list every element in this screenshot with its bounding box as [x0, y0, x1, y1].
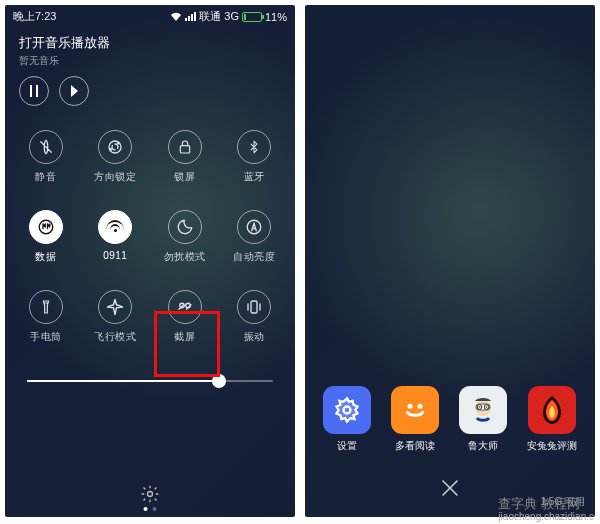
shade-footer	[5, 471, 295, 517]
svg-point-10	[418, 404, 423, 409]
tile-dnd[interactable]: 勿扰模式	[150, 210, 220, 264]
svg-rect-6	[251, 301, 257, 313]
tile-label: 数据	[35, 250, 56, 264]
tile-label: 0911	[103, 250, 127, 261]
tile-label: 方向锁定	[94, 170, 136, 184]
dnd-icon	[168, 210, 202, 244]
svg-point-2	[39, 220, 53, 234]
music-subtitle: 暂无音乐	[19, 54, 281, 68]
app-settings[interactable]: 设置	[323, 386, 371, 453]
auto-bright-icon	[237, 210, 271, 244]
music-title: 打开音乐播放器	[19, 34, 281, 52]
app-ludashi[interactable]: 鲁大师	[459, 386, 507, 453]
app-smile[interactable]: 多看阅读	[391, 386, 439, 453]
tile-wifi[interactable]: 0911	[81, 210, 151, 264]
bluetooth-icon	[237, 130, 271, 164]
music-pause-button[interactable]	[19, 76, 49, 106]
svg-point-3	[248, 220, 262, 234]
app-label: 多看阅读	[395, 439, 435, 453]
status-bar: 晚上7:23 联通 3G 11%	[5, 5, 295, 26]
airplane-icon	[98, 290, 132, 324]
torch-icon	[29, 290, 63, 324]
tile-vibrate[interactable]: 振动	[220, 290, 290, 344]
phone-notification-shade: 晚上7:23 联通 3G 11% 打开音乐播放器 暂无音乐 静音方向锁定锁屏蓝牙…	[5, 5, 295, 517]
tile-bluetooth[interactable]: 蓝牙	[220, 130, 290, 184]
screenshot-highlight-box	[154, 311, 220, 377]
antutu-app-icon	[528, 386, 576, 434]
brightness-slider[interactable]	[5, 350, 295, 398]
music-widget: 打开音乐播放器 暂无音乐	[5, 26, 295, 110]
tile-data[interactable]: 数据	[11, 210, 81, 264]
svg-point-9	[408, 404, 413, 409]
app-label: 设置	[337, 439, 357, 453]
settings-gear-icon[interactable]	[140, 484, 160, 504]
vibrate-icon	[237, 290, 271, 324]
carrier-label: 联通 3G	[199, 9, 239, 24]
lock-icon	[168, 130, 202, 164]
data-icon	[29, 210, 63, 244]
svg-point-15	[479, 406, 481, 408]
tile-label: 蓝牙	[244, 170, 265, 184]
tile-rotate-lock[interactable]: 方向锁定	[81, 130, 151, 184]
music-next-button[interactable]	[59, 76, 89, 106]
tile-label: 勿扰模式	[164, 250, 206, 264]
tile-label: 飞行模式	[94, 330, 136, 344]
app-label: 鲁大师	[468, 439, 498, 453]
tile-label: 振动	[244, 330, 265, 344]
app-label: 安兔兔评测	[527, 439, 577, 453]
svg-point-0	[109, 141, 121, 153]
tile-airplane[interactable]: 飞行模式	[81, 290, 151, 344]
battery-icon	[242, 12, 262, 22]
tile-auto-bright[interactable]: 自动亮度	[220, 210, 290, 264]
tile-lock[interactable]: 锁屏	[150, 130, 220, 184]
close-all-button[interactable]	[439, 477, 461, 499]
ludashi-app-icon	[459, 386, 507, 434]
svg-rect-1	[180, 146, 189, 153]
recent-apps-row: 设置多看阅读鲁大师安兔兔评测	[305, 386, 595, 453]
battery-pct: 11%	[265, 11, 287, 23]
page-dots	[144, 507, 157, 511]
wifi-icon	[98, 210, 132, 244]
tile-label: 手电筒	[30, 330, 62, 344]
status-time: 晚上7:23	[13, 9, 56, 24]
tile-torch[interactable]: 手电筒	[11, 290, 81, 344]
wifi-status-icon	[170, 12, 182, 22]
rotate-lock-icon	[98, 130, 132, 164]
tile-label: 锁屏	[174, 170, 195, 184]
phone-recents: 设置多看阅读鲁大师安兔兔评测 1.5G 可用	[305, 5, 595, 517]
tile-label: 静音	[35, 170, 56, 184]
svg-point-16	[486, 406, 488, 408]
tile-mute[interactable]: 静音	[11, 130, 81, 184]
tile-label: 自动亮度	[233, 250, 275, 264]
smile-app-icon	[391, 386, 439, 434]
mute-icon	[29, 130, 63, 164]
svg-point-7	[148, 492, 153, 497]
app-antutu[interactable]: 安兔兔评测	[527, 386, 577, 453]
watermark: 查字典 教程网 jiaocheng.chazidian.c	[498, 495, 594, 522]
quick-settings-grid: 静音方向锁定锁屏蓝牙数据0911勿扰模式自动亮度手电筒飞行模式截屏振动	[5, 110, 295, 350]
signal-icon	[185, 12, 196, 21]
settings-app-icon	[323, 386, 371, 434]
